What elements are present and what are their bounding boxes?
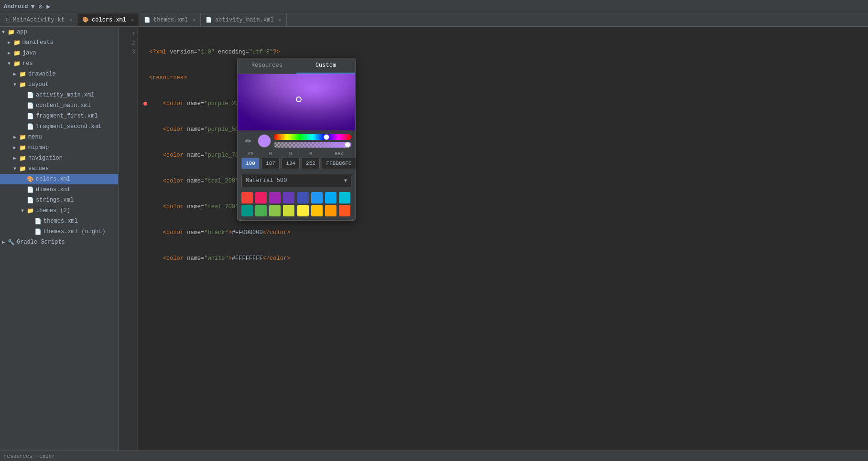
code-line-9: <color name="white">#FFFFFFFF</color> xyxy=(143,254,862,263)
file-icon: 📄 xyxy=(27,92,34,99)
xml-attr: name= xyxy=(187,151,204,160)
file-icon: 🎨 xyxy=(27,176,34,183)
swatch-indigo[interactable] xyxy=(297,192,309,204)
swatch-green[interactable] xyxy=(255,205,267,216)
eyedropper-button[interactable]: ✏ xyxy=(241,134,255,148)
hue-slider[interactable] xyxy=(274,134,351,140)
sidebar-item-activity-main-xml[interactable]: ▶ 📄 activity_main.xml xyxy=(0,90,118,100)
swatch-light-green[interactable] xyxy=(269,205,281,216)
sidebar-item-menu[interactable]: ▶ 📁 menu xyxy=(0,132,118,142)
swatch-pink[interactable] xyxy=(255,192,267,204)
sidebar-item-fragment-first-xml[interactable]: ▶ 📄 fragment_first.xml xyxy=(0,111,118,121)
tab-main-activity[interactable]: 🇰 MainActivity.kt ✕ xyxy=(0,13,77,26)
arrow-icon: ▼ xyxy=(13,82,19,87)
sidebar-item-manifests[interactable]: ▶ 📁 manifests xyxy=(0,37,118,48)
swatch-orange[interactable] xyxy=(325,205,336,216)
sidebar-label-manifests: manifests xyxy=(22,39,54,46)
sidebar-item-strings-xml[interactable]: ▶ 📄 strings.xml xyxy=(0,195,118,205)
alpha-thumb[interactable] xyxy=(345,142,350,148)
alpha-slider[interactable] xyxy=(274,142,351,148)
red-input[interactable] xyxy=(261,158,280,169)
tab-icon-themes-xml: 📄 xyxy=(144,17,151,23)
settings-icon[interactable]: ⚙ xyxy=(39,2,43,11)
tab-close-main-activity[interactable]: ✕ xyxy=(69,17,72,23)
xml-attr: name= xyxy=(187,99,204,108)
alpha-input[interactable] xyxy=(241,158,260,169)
sidebar-label-gradle: Gradle Scripts xyxy=(17,239,65,246)
folder-icon: 📁 xyxy=(13,50,21,57)
titlebar: Android ▼ ⚙ ▶ xyxy=(0,0,868,13)
swatch-light-blue[interactable] xyxy=(325,192,336,204)
sidebar-item-res[interactable]: ▼ 📁 res xyxy=(0,58,118,69)
swatch-purple[interactable] xyxy=(269,192,281,204)
xml-value: "utf-8" xyxy=(249,48,273,56)
file-icon: 📄 xyxy=(27,197,34,204)
xml-tag: > xyxy=(228,228,232,237)
main-layout: ▼ 📁 app ▶ 📁 manifests ▶ 📁 java ▼ 📁 res ▶… xyxy=(0,27,868,450)
sidebar-item-mipmap[interactable]: ▶ 📁 mipmap xyxy=(0,142,118,153)
material-dropdown[interactable]: Material 500 ▼ xyxy=(241,174,351,187)
sidebar-label-colors-xml: colors.xml xyxy=(36,176,70,182)
xml-value: "teal_200" xyxy=(204,177,239,185)
status-breadcrumb: resources › color xyxy=(4,453,55,459)
swatch-blue[interactable] xyxy=(311,192,323,204)
sidebar-item-content-main-xml[interactable]: ▶ 📄 content_main.xml xyxy=(0,100,118,111)
folder-icon: 📁 xyxy=(27,207,34,214)
sidebar-item-gradle[interactable]: ▶ 🔧 Gradle Scripts xyxy=(0,237,118,247)
sidebar-item-themes-xml[interactable]: ▶ 📄 themes.xml xyxy=(0,216,118,226)
swatch-deep-orange[interactable] xyxy=(339,205,350,216)
sidebar-item-themes-xml-night[interactable]: ▶ 📄 themes.xml (night) xyxy=(0,226,118,237)
blue-input[interactable] xyxy=(302,158,320,169)
xml-value: "1.0" xyxy=(197,48,215,56)
swatch-yellow[interactable] xyxy=(297,205,309,216)
tab-close-colors-xml[interactable]: ✕ xyxy=(131,17,134,23)
sidebar-label-java: java xyxy=(22,50,36,56)
swatch-cyan[interactable] xyxy=(339,192,350,204)
swatch-lime[interactable] xyxy=(283,205,294,216)
color-picker-popup: Resources Custom ✏ xyxy=(237,58,356,221)
tab-close-activity-main[interactable]: ✕ xyxy=(279,17,282,23)
sidebar-label-layout: layout xyxy=(28,81,49,88)
xml-tag: </color> xyxy=(263,228,291,237)
eyedropper-icon: ✏ xyxy=(245,137,251,146)
sidebar-item-navigation[interactable]: ▶ 📁 navigation xyxy=(0,153,118,163)
blue-input-group: B xyxy=(302,151,320,169)
tab-colors-xml[interactable]: 🎨 colors.xml ✕ xyxy=(77,13,139,26)
sidebar-item-values[interactable]: ▼ 📁 values xyxy=(0,163,118,174)
sidebar-item-themes-folder[interactable]: ▼ 📁 themes (2) xyxy=(0,205,118,216)
hex-input-group: Hex xyxy=(322,151,356,169)
sidebar-label-strings-xml: strings.xml xyxy=(36,197,74,204)
dropdown-arrow-icon[interactable]: ▼ xyxy=(31,3,34,11)
sidebar-item-app[interactable]: ▼ 📁 app xyxy=(0,27,118,37)
swatch-red[interactable] xyxy=(241,192,253,204)
hue-thumb[interactable] xyxy=(324,134,329,140)
arrow-icon: ▶ xyxy=(13,145,19,150)
tab-themes-xml[interactable]: 📄 themes.xml ✕ xyxy=(139,13,201,26)
green-input[interactable] xyxy=(282,158,300,169)
run-icon[interactable]: ▶ xyxy=(46,2,50,11)
swatch-teal[interactable] xyxy=(241,205,253,216)
swatch-deep-purple[interactable] xyxy=(283,192,294,204)
sidebar-item-layout[interactable]: ▼ 📁 layout xyxy=(0,79,118,90)
picker-tab-custom[interactable]: Custom xyxy=(296,58,355,74)
tab-activity-main-xml[interactable]: 📄 activity_main.xml ✕ xyxy=(201,13,286,26)
titlebar-icons: ⚙ ▶ xyxy=(39,2,51,11)
sidebar-item-java[interactable]: ▶ 📁 java xyxy=(0,48,118,58)
xml-tag: <color xyxy=(163,254,187,263)
tab-close-themes-xml[interactable]: ✕ xyxy=(193,17,195,23)
tab-icon-colors-xml: 🎨 xyxy=(82,17,89,23)
sidebar-item-fragment-second-xml[interactable]: ▶ 📄 fragment_second.xml xyxy=(0,121,118,132)
sidebar-item-colors-xml[interactable]: ▶ 🎨 colors.xml xyxy=(0,174,118,184)
sidebar-item-dimens-xml[interactable]: ▶ 📄 dimens.xml xyxy=(0,184,118,195)
code-line-1: <?xml version="1.0" encoding="utf-8"?> xyxy=(143,48,862,56)
color-gradient-area[interactable] xyxy=(238,74,355,130)
swatch-amber[interactable] xyxy=(311,205,323,216)
hex-input[interactable] xyxy=(322,158,356,169)
sidebar-label-themes-folder: themes (2) xyxy=(36,207,70,214)
tab-label-main-activity: MainActivity.kt xyxy=(13,17,65,23)
red-label: R xyxy=(269,151,272,157)
sidebar-item-drawable[interactable]: ▶ 📁 drawable xyxy=(0,69,118,79)
arrow-icon: ▶ xyxy=(13,134,19,140)
picker-tab-resources[interactable]: Resources xyxy=(238,58,296,74)
tab-icon-main-activity: 🇰 xyxy=(5,17,10,23)
